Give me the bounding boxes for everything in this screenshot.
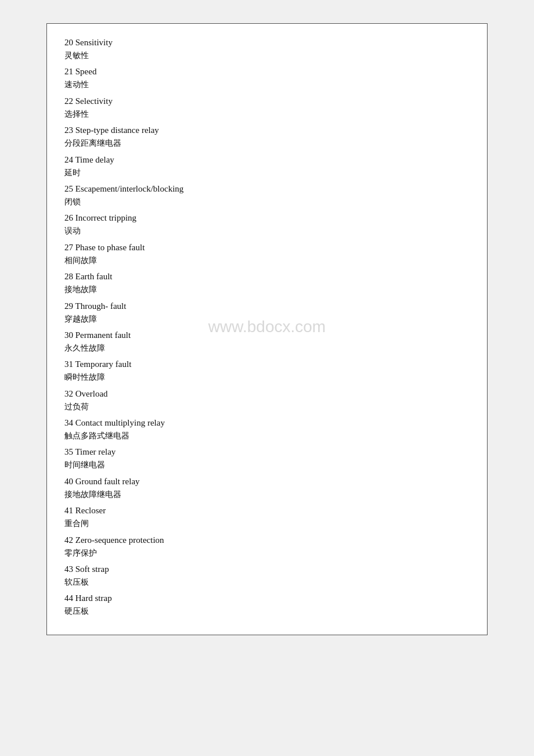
entry-chinese: 软压板 bbox=[64, 576, 470, 589]
entry-chinese: 灵敏性 bbox=[64, 49, 470, 62]
list-item: 32 Overload过负荷 bbox=[64, 387, 470, 413]
entry-chinese: 穿越故障 bbox=[64, 313, 470, 326]
list-item: 22 Selectivity选择性 bbox=[64, 94, 470, 121]
entry-english: 22 Selectivity bbox=[64, 94, 470, 108]
entry-english: 35 Timer relay bbox=[64, 445, 470, 459]
entry-english: 44 Hard strap bbox=[64, 591, 470, 605]
entry-english: 26 Incorrect tripping bbox=[64, 211, 470, 225]
entry-chinese: 误动 bbox=[64, 225, 470, 237]
entry-english: 23 Step-type distance relay bbox=[64, 123, 470, 137]
list-item: 44 Hard strap硬压板 bbox=[64, 591, 470, 618]
page-container: www.bdocx.com 20 Sensitivity灵敏性21 Speed速… bbox=[0, 0, 534, 756]
entry-chinese: 分段距离继电器 bbox=[64, 137, 470, 150]
entry-chinese: 延时 bbox=[64, 167, 470, 179]
list-item: 25 Escapement/interlock/blocking闭锁 bbox=[64, 182, 470, 208]
list-item: 42 Zero-sequence protection零序保护 bbox=[64, 533, 470, 560]
list-item: 40 Ground fault relay接地故障继电器 bbox=[64, 474, 470, 501]
list-item: 28 Earth fault接地故障 bbox=[64, 269, 470, 296]
content-wrapper: www.bdocx.com 20 Sensitivity灵敏性21 Speed速… bbox=[64, 35, 470, 618]
list-item: 26 Incorrect tripping误动 bbox=[64, 211, 470, 237]
entry-chinese: 零序保护 bbox=[64, 547, 470, 560]
entry-english: 42 Zero-sequence protection bbox=[64, 533, 470, 547]
entry-chinese: 瞬时性故障 bbox=[64, 371, 470, 384]
entry-english: 25 Escapement/interlock/blocking bbox=[64, 182, 470, 196]
entries-container: 20 Sensitivity灵敏性21 Speed速动性22 Selectivi… bbox=[64, 35, 470, 618]
entry-english: 27 Phase to phase fault bbox=[64, 240, 470, 254]
list-item: 20 Sensitivity灵敏性 bbox=[64, 35, 470, 62]
entry-english: 30 Permanent fault bbox=[64, 328, 470, 342]
entry-chinese: 时间继电器 bbox=[64, 459, 470, 471]
entry-english: 32 Overload bbox=[64, 387, 470, 401]
entry-english: 28 Earth fault bbox=[64, 269, 470, 283]
entry-chinese: 接地故障继电器 bbox=[64, 488, 470, 501]
list-item: 27 Phase to phase fault相间故障 bbox=[64, 240, 470, 267]
entry-english: 24 Time delay bbox=[64, 153, 470, 167]
entry-chinese: 接地故障 bbox=[64, 283, 470, 296]
entry-chinese: 触点多路式继电器 bbox=[64, 430, 470, 442]
entry-english: 43 Soft strap bbox=[64, 562, 470, 576]
list-item: 24 Time delay延时 bbox=[64, 153, 470, 179]
entry-english: 21 Speed bbox=[64, 64, 470, 78]
entry-chinese: 重合闸 bbox=[64, 517, 470, 530]
list-item: 21 Speed速动性 bbox=[64, 64, 470, 91]
entry-english: 41 Recloser bbox=[64, 503, 470, 517]
list-item: 41 Recloser重合闸 bbox=[64, 503, 470, 530]
entry-chinese: 相间故障 bbox=[64, 254, 470, 267]
list-item: 23 Step-type distance relay分段距离继电器 bbox=[64, 123, 470, 150]
list-item: 29 Through- fault穿越故障 bbox=[64, 299, 470, 326]
list-item: 31 Temporary fault瞬时性故障 bbox=[64, 357, 470, 384]
list-item: 43 Soft strap软压板 bbox=[64, 562, 470, 589]
entry-english: 34 Contact multiplying relay bbox=[64, 416, 470, 430]
entry-chinese: 选择性 bbox=[64, 108, 470, 121]
entry-english: 29 Through- fault bbox=[64, 299, 470, 313]
list-item: 30 Permanent fault永久性故障 bbox=[64, 328, 470, 355]
entry-chinese: 硬压板 bbox=[64, 605, 470, 618]
entry-chinese: 永久性故障 bbox=[64, 342, 470, 355]
entry-english: 40 Ground fault relay bbox=[64, 474, 470, 488]
entry-chinese: 速动性 bbox=[64, 78, 470, 91]
list-item: 35 Timer relay时间继电器 bbox=[64, 445, 470, 471]
entry-chinese: 闭锁 bbox=[64, 196, 470, 208]
entry-english: 20 Sensitivity bbox=[64, 35, 470, 49]
content-box: www.bdocx.com 20 Sensitivity灵敏性21 Speed速… bbox=[46, 23, 488, 635]
list-item: 34 Contact multiplying relay触点多路式继电器 bbox=[64, 416, 470, 442]
entry-chinese: 过负荷 bbox=[64, 401, 470, 413]
entry-english: 31 Temporary fault bbox=[64, 357, 470, 371]
